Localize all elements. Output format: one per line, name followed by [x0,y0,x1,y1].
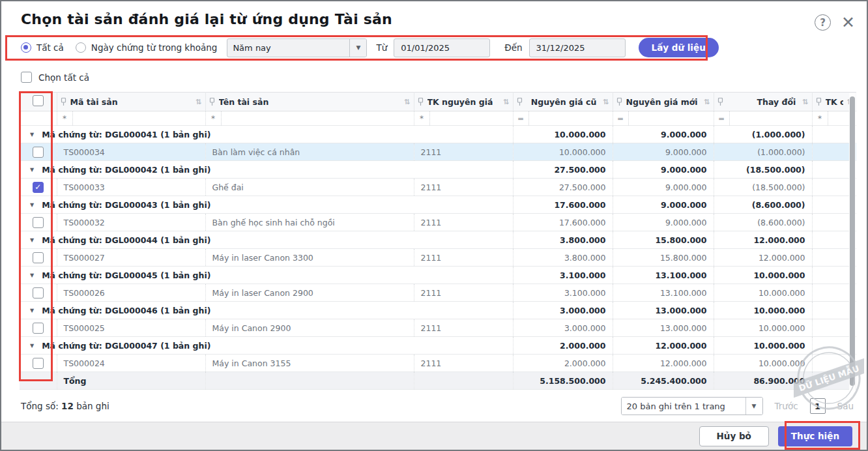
from-date-input[interactable] [394,38,490,57]
pin-icon [717,98,723,106]
column-filter-cell[interactable]: = [714,111,812,126]
radio-date-range-option[interactable]: Ngày chứng từ trong khoảng [76,42,218,53]
total-new-cost: 5.245.400.000 [613,372,714,390]
filter-operator[interactable]: * [206,111,222,125]
page-size-value: 20 bản ghi trên 1 trang [622,398,745,415]
cancel-button[interactable]: Hủy bỏ [699,426,769,446]
filter-operator[interactable]: * [414,111,430,125]
total-old-cost: 5.158.500.000 [513,372,613,390]
close-icon[interactable]: ✕ [841,14,855,31]
group-label: Mã chứng từ: DGL000043 (1 bản ghi) [42,200,210,210]
scrollbar-thumb[interactable] [850,96,855,386]
group-row[interactable]: ▼Mã chứng từ: DGL000046 (1 bản ghi)3.000… [20,302,856,319]
old-cost: 3.800.000 [513,249,613,267]
period-select[interactable]: Năm nay ▼ [227,38,367,57]
asset-row[interactable]: TS000032Bàn ghế học sinh hai chỗ ngồi211… [20,214,856,231]
group-row[interactable]: ▼Mã chứng từ: DGL000041 (1 bản ghi)10.00… [20,126,856,143]
radio-all-option[interactable]: Tất cả [21,42,64,53]
radio-date-range-icon[interactable] [76,42,86,53]
new-cost: 13.000.000 [613,319,714,337]
table-header-cell[interactable]: Tên tài sản⇅ [205,93,414,111]
column-filter-cell[interactable]: * [205,111,414,126]
filter-operator[interactable]: = [613,111,629,125]
sort-icon[interactable]: ⇅ [503,98,509,106]
table-header-cell[interactable]: TK nguyên giá⇅ [414,93,513,111]
asset-row[interactable]: TS000025Máy in Canon 290021113.000.00013… [20,319,856,337]
row-checkbox[interactable] [33,252,44,263]
filter-operator[interactable]: * [813,111,828,125]
chevron-down-icon[interactable]: ▼ [745,398,762,415]
table-header-cell[interactable]: Nguyên giá mới⇅ [613,93,714,111]
row-checkbox[interactable]: ✓ [33,182,44,193]
table-header-cell[interactable]: Mã tài sản⇅ [57,93,205,111]
select-all-control[interactable]: Chọn tất cả [21,72,89,83]
help-icon[interactable]: ? [815,14,831,31]
page-size-select[interactable]: 20 bản ghi trên 1 trang ▼ [621,397,763,415]
row-checkbox[interactable] [33,323,44,334]
change-amount: (1.000.000) [714,143,812,161]
group-label: Mã chứng từ: DGL000042 (1 bản ghi) [42,165,210,175]
asset-name: Máy in laser Canon 2900 [205,284,414,302]
expander-icon[interactable]: ▼ [30,308,34,313]
pin-icon [209,98,215,106]
column-filter-cell[interactable]: = [613,111,714,126]
column-filter-cell[interactable]: = [513,111,613,126]
old-cost: 17.600.000 [513,214,613,231]
asset-account: 2111 [414,214,513,231]
chevron-down-icon[interactable]: ▼ [349,39,366,57]
group-row[interactable]: ▼Mã chứng từ: DGL000043 (1 bản ghi)17.60… [20,196,856,214]
group-row[interactable]: ▼Mã chứng từ: DGL000047 (1 bản ghi)2.000… [20,337,856,355]
filter-operator[interactable]: = [714,111,730,125]
asset-name: Máy in laser Canon 3300 [205,249,414,267]
group-row[interactable]: ▼Mã chứng từ: DGL000042 (1 bản ghi)27.50… [20,161,856,179]
expander-icon[interactable]: ▼ [30,202,34,208]
pagination-bar: Tổng số: 12 bản ghi 20 bản ghi trên 1 tr… [1,390,867,422]
column-filter-cell[interactable]: * [57,111,205,126]
new-cost: 15.800.000 [613,249,714,267]
pin-icon [517,98,523,106]
select-all-label: Chọn tất cả [38,72,89,83]
table-header-cell[interactable]: Thay đổi⇅ [714,93,812,111]
expander-icon[interactable]: ▼ [30,132,34,138]
prev-page-button[interactable]: Trước [775,401,798,411]
group-row[interactable]: ▼Mã chứng từ: DGL000045 (1 bản ghi)3.100… [20,267,856,284]
column-filter-cell[interactable]: * [414,111,513,126]
old-cost: 3.000.000 [513,319,613,337]
sort-icon[interactable]: ⇅ [603,98,609,106]
asset-code: TS000025 [57,319,205,337]
expander-icon[interactable]: ▼ [30,237,34,243]
asset-row[interactable]: TS000034Bàn làm việc cá nhân211110.000.0… [20,143,856,161]
table-header-cell[interactable]: Nguyên giá cũ⇅ [513,93,613,111]
row-checkbox[interactable] [33,217,44,228]
next-page-button[interactable]: Sau [837,401,854,411]
asset-row[interactable]: TS000026Máy in laser Canon 290021113.100… [20,284,856,302]
asset-code: TS000034 [57,143,205,161]
expander-icon[interactable]: ▼ [30,167,34,173]
get-data-button[interactable]: Lấy dữ liệu [639,38,719,57]
current-page-box[interactable]: 1 [810,398,826,414]
new-cost: 9.000.000 [613,214,714,231]
to-date-input[interactable] [529,38,626,57]
filter-operator[interactable]: * [57,111,73,125]
submit-button[interactable]: Thực hiện [778,426,852,446]
pin-icon [61,98,66,106]
asset-account: 2111 [414,284,513,302]
filter-operator[interactable]: = [514,111,529,125]
sort-icon[interactable]: ⇅ [802,98,808,106]
asset-row[interactable]: TS000027Máy in laser Canon 330021113.800… [20,249,856,267]
expander-icon[interactable]: ▼ [30,272,34,278]
expander-icon[interactable]: ▼ [30,343,34,349]
row-checkbox[interactable] [33,147,44,158]
sort-icon[interactable]: ⇅ [404,98,410,106]
vertical-scrollbar[interactable] [849,93,856,390]
select-all-checkbox[interactable] [21,72,32,83]
radio-all-icon[interactable] [21,42,31,53]
asset-row[interactable]: TS000024Máy in Canon 315521112.000.00012… [20,355,856,372]
group-row[interactable]: ▼Mã chứng từ: DGL000044 (1 bản ghi)3.800… [20,231,856,249]
sort-icon[interactable]: ⇅ [195,98,201,106]
sort-icon[interactable]: ⇅ [704,98,710,106]
asset-row[interactable]: ✓TS000033Ghế đai211127.500.0009.000.000(… [20,179,856,196]
row-checkbox[interactable] [33,287,44,298]
row-checkbox[interactable] [33,358,44,369]
header-select-checkbox[interactable] [33,95,44,106]
